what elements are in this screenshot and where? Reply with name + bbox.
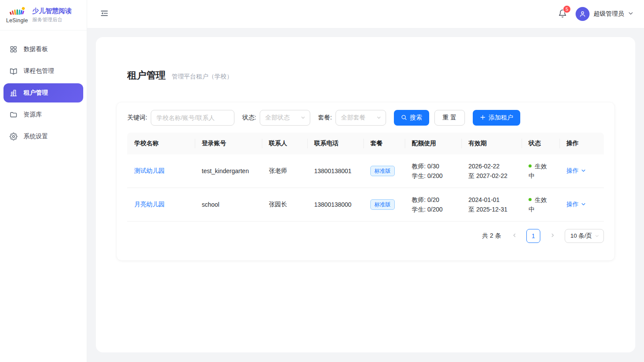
search-icon [401,114,407,122]
table-row: 月亮幼儿园 school 张园长 13800138000 标准版 教师: 0/2… [127,188,604,222]
column-header-account: 登录账号 [195,133,262,154]
page-number-button[interactable]: 1 [526,229,540,243]
course-package-icon [10,67,17,75]
sidebar-item-label: 课程包管理 [24,67,54,75]
brand-text: 少儿智慧阅读 服务管理后台 [32,7,71,23]
sidebar-item-label: 系统设置 [24,133,48,140]
table-header: 学校名称 登录账号 联系人 联系电话 套餐 配额使用 有效期 状态 操作 [127,133,604,154]
quota-student: 学生: 0/200 [412,171,443,181]
school-name-link[interactable]: 测试幼儿园 [134,167,165,175]
quota-cell: 教师: 0/20 学生: 0/200 [405,188,461,221]
collapse-sidebar-button[interactable] [98,7,110,20]
add-tenant-button[interactable]: 添加租户 [473,110,520,126]
quota-cell: 教师: 0/30 学生: 0/200 [405,154,461,188]
status-cell: 生效中 [522,188,559,221]
status-dot [529,164,532,167]
table-row: 测试幼儿园 test_kindergarten 张老师 13800138001 … [127,154,604,188]
contact-cell: 张园长 [262,188,307,221]
notifications-button[interactable]: 5 [557,8,568,20]
main-area: 5 超级管理员 [87,0,644,362]
account-cell: school [195,188,262,221]
column-header-contact: 联系人 [262,133,307,154]
quota-student: 学生: 0/200 [412,205,443,214]
page-size-select[interactable]: 10 条/页 [565,229,604,243]
column-header-validity: 有效期 [461,133,522,154]
package-tag: 标准版 [370,166,395,176]
status-cell: 生效中 [522,154,559,188]
chevron-down-icon [376,114,381,121]
validity-cell: 2026-02-22 至 2027-02-22 [461,154,522,188]
topbar-right: 5 超级管理员 [557,7,634,21]
sidebar: LeSingle 少儿智慧阅读 服务管理后台 数据看板 [0,0,87,362]
chevron-left-icon [512,232,517,239]
reset-button[interactable]: 重 置 [434,110,465,126]
chevron-down-icon [581,167,586,174]
sidebar-item-resource-library[interactable]: 资源库 [0,104,87,126]
column-header-package: 套餐 [363,133,405,154]
reset-button-label: 重 置 [443,114,457,122]
tenant-icon [10,89,17,97]
page-title: 租户管理 [127,69,166,82]
sidebar-item-label: 资源库 [24,111,42,119]
column-header-phone: 联系电话 [307,133,363,154]
pagination-total: 共 2 条 [482,232,501,240]
column-header-quota: 配额使用 [405,133,461,154]
column-header-status: 状态 [522,133,559,154]
content-area: 租户管理 管理平台租户（学校） 关键词: 状态: 全部状态 [87,28,644,362]
tenant-panel: 关键词: 状态: 全部状态 套餐: 全部套餐 [117,102,614,260]
chevron-right-icon [550,232,556,239]
user-name: 超级管理员 [593,10,624,18]
dashboard-icon [10,45,17,53]
brand-subtitle: 服务管理后台 [32,17,71,23]
school-name-link[interactable]: 月亮幼儿园 [134,201,165,208]
sidebar-item-course-package[interactable]: 课程包管理 [0,60,87,82]
page-subtitle: 管理平台租户（学校） [172,73,233,81]
prev-page-button[interactable] [508,230,520,242]
brand: LeSingle 少儿智慧阅读 服务管理后台 [0,0,87,31]
next-page-button[interactable] [546,230,559,242]
brand-logo: LeSingle [6,7,28,24]
sidebar-item-dashboard[interactable]: 数据看板 [0,38,87,60]
search-button[interactable]: 搜索 [394,110,429,126]
column-header-action: 操作 [559,133,604,154]
user-menu[interactable]: 超级管理员 [576,7,634,21]
pagination: 共 2 条 1 10 条/页 [127,229,604,243]
action-label: 操作 [566,167,579,175]
plus-icon [480,114,486,122]
quota-teacher: 教师: 0/20 [412,195,439,205]
account-cell: test_kindergarten [195,154,262,188]
package-select[interactable]: 全部套餐 [336,110,386,126]
validity-cell: 2024-01-01 至 2025-12-31 [461,188,522,221]
sidebar-item-tenant[interactable]: 租户管理 [3,83,83,102]
lesingle-logo-icon [9,7,25,17]
row-action-dropdown[interactable]: 操作 [566,201,586,208]
keyword-input[interactable] [151,110,234,126]
collapse-sidebar-icon [100,9,108,19]
brand-logo-word: LeSingle [6,18,28,24]
notification-badge: 5 [563,5,571,13]
package-select-value: 全部套餐 [341,114,366,122]
filter-bar: 关键词: 状态: 全部状态 套餐: 全部套餐 [127,110,604,126]
brand-title: 少儿智慧阅读 [32,7,71,15]
sidebar-item-settings[interactable]: 系统设置 [0,126,87,147]
valid-to: 至 2025-12-31 [468,205,508,214]
status-select-value: 全部状态 [265,114,290,122]
quota-teacher: 教师: 0/30 [412,161,439,171]
valid-from: 2024-01-01 [468,195,500,205]
keyword-label: 关键词: [127,114,147,122]
page-size-value: 10 条/页 [570,232,592,240]
avatar [576,7,590,21]
phone-cell: 13800138001 [307,154,363,188]
row-action-dropdown[interactable]: 操作 [566,167,586,175]
contact-cell: 张老师 [262,154,307,188]
status-dot [529,198,532,201]
chevron-down-icon [628,10,634,17]
action-label: 操作 [566,201,579,208]
search-button-label: 搜索 [410,114,422,122]
resource-library-icon [10,111,17,119]
valid-from: 2026-02-22 [468,161,500,171]
status-select[interactable]: 全部状态 [260,110,310,126]
page-card: 租户管理 管理平台租户（学校） 关键词: 状态: 全部状态 [96,37,635,352]
valid-to: 至 2027-02-22 [468,171,508,181]
chevron-down-icon [595,232,599,239]
